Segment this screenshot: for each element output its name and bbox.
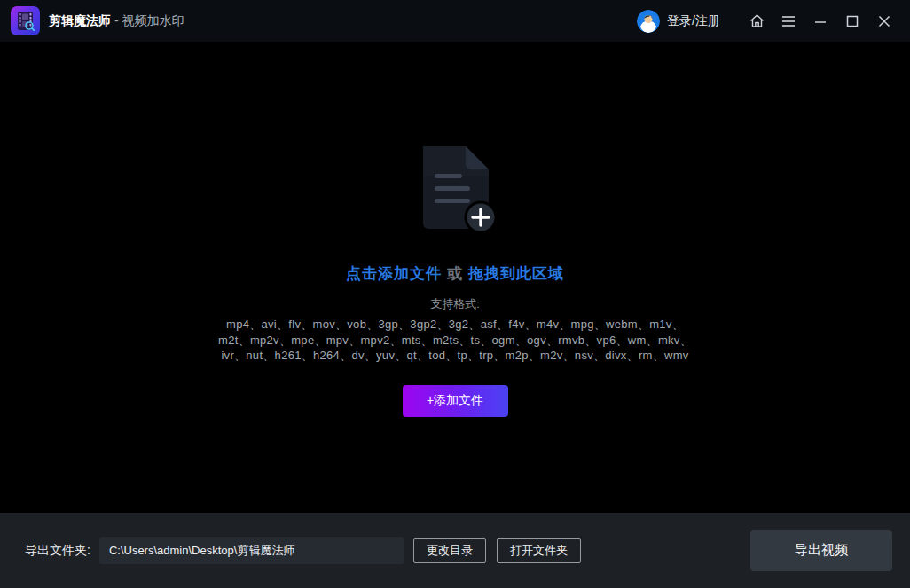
export-video-button[interactable]: 导出视频 [750, 530, 892, 571]
close-button[interactable] [871, 8, 898, 35]
supported-formats-label: 支持格式: [430, 296, 480, 312]
login-register-label[interactable]: 登录/注册 [667, 13, 720, 29]
login-register-button[interactable]: 登录/注册 [637, 10, 720, 33]
home-button[interactable] [743, 8, 770, 35]
minimize-icon [814, 15, 827, 27]
close-icon [878, 15, 890, 27]
export-folder-label: 导出文件夹: [25, 543, 90, 559]
formats-line-3: ivr、nut、h261、h264、dv、yuv、qt、tod、tp、trp、m… [207, 348, 703, 364]
click-to-add-text[interactable]: 点击添加文件 [346, 265, 442, 282]
maximize-button[interactable] [839, 8, 866, 35]
window-title: 剪辑魔法师 - 视频加水印 [49, 13, 184, 29]
menu-button[interactable] [775, 8, 802, 35]
formats-line-1: mp4、avi、flv、mov、vob、3gp、3gp2、3g2、asf、f4v… [207, 317, 703, 333]
drag-here-text: 拖拽到此区域 [468, 265, 564, 282]
maximize-icon [846, 15, 859, 27]
titlebar: 剪辑魔法师 - 视频加水印 登录/注册 [0, 0, 910, 42]
export-path-input[interactable] [99, 537, 404, 564]
add-file-document-icon[interactable] [403, 137, 507, 239]
open-folder-button[interactable]: 打开文件夹 [497, 538, 581, 563]
filmstrip-icon [15, 11, 35, 31]
window-controls [743, 8, 898, 35]
app-logo-icon [11, 6, 40, 35]
change-directory-button[interactable]: 更改目录 [413, 538, 486, 563]
file-drop-zone[interactable]: 点击添加文件或拖拽到此区域 支持格式: mp4、avi、flv、mov、vob、… [0, 42, 910, 513]
minimize-button[interactable] [807, 8, 834, 35]
home-icon [749, 13, 765, 28]
export-bar: 导出文件夹: 更改目录 打开文件夹 导出视频 [0, 513, 910, 588]
dropzone-headline: 点击添加文件或拖拽到此区域 [346, 263, 564, 284]
hamburger-menu-icon [781, 15, 796, 27]
page-subtitle: - 视频加水印 [111, 13, 184, 27]
user-avatar-icon[interactable] [637, 10, 660, 33]
add-file-button[interactable]: +添加文件 [403, 385, 508, 417]
supported-formats-list: mp4、avi、flv、mov、vob、3gp、3gp2、3g2、asf、f4v… [207, 317, 703, 364]
app-name: 剪辑魔法师 [49, 13, 111, 27]
or-text: 或 [442, 265, 468, 282]
formats-line-2: m2t、mp2v、mpe、mpv、mpv2、mts、m2ts、ts、ogm、og… [207, 333, 703, 349]
